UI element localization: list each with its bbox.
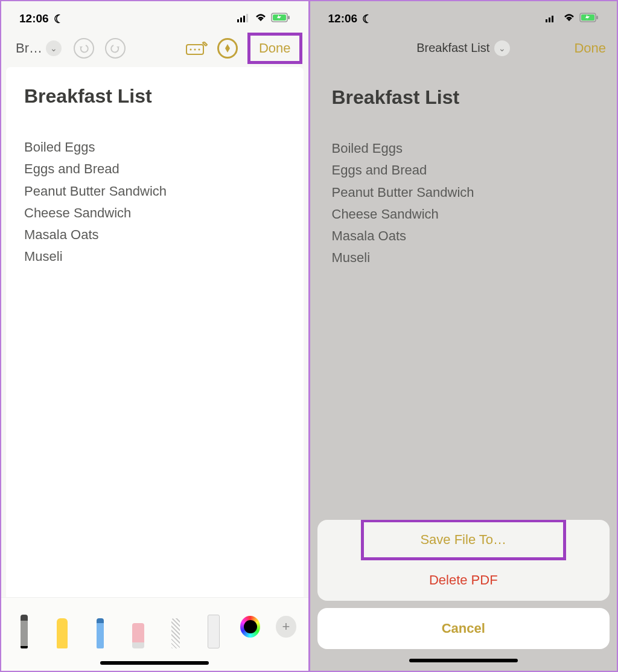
home-indicator[interactable] bbox=[1, 655, 308, 671]
battery-icon bbox=[271, 12, 290, 25]
list-item: Cheese Sandwich bbox=[332, 203, 596, 225]
wifi-icon bbox=[562, 12, 576, 25]
list-item: Boiled Eggs bbox=[24, 136, 285, 158]
header: Breakfast List ⌄ Done bbox=[310, 31, 617, 65]
svg-rect-11 bbox=[546, 19, 547, 22]
list-item: Masala Oats bbox=[24, 224, 285, 246]
list-item: Museli bbox=[332, 247, 596, 269]
svg-rect-2 bbox=[243, 16, 245, 22]
list-item: Boiled Eggs bbox=[332, 138, 596, 159]
status-bar: 12:06 ☾ bbox=[1, 1, 308, 31]
note-title: Breakfast List bbox=[24, 85, 285, 107]
svg-rect-1 bbox=[240, 18, 242, 22]
list-item: Eggs and Bread bbox=[24, 158, 285, 180]
back-label: Br… bbox=[16, 40, 42, 56]
battery-icon bbox=[579, 12, 599, 25]
wifi-icon bbox=[254, 12, 267, 25]
list-item: Masala Oats bbox=[332, 225, 596, 247]
pencil-tool[interactable] bbox=[89, 605, 111, 648]
add-tool-button[interactable]: + bbox=[276, 616, 296, 638]
svg-rect-12 bbox=[549, 18, 550, 22]
action-sheet: Save File To… Delete PDF Cancel bbox=[310, 520, 617, 671]
cancel-button[interactable]: Cancel bbox=[317, 608, 610, 649]
svg-point-9 bbox=[194, 48, 196, 50]
save-file-to-button[interactable]: Save File To… bbox=[361, 520, 567, 560]
page-title: Breakfast List bbox=[416, 41, 489, 55]
list-item: Museli bbox=[24, 246, 285, 267]
done-button[interactable]: Done bbox=[574, 40, 606, 56]
cellular-icon bbox=[546, 12, 559, 25]
svg-rect-13 bbox=[552, 16, 553, 22]
done-button[interactable]: Done bbox=[247, 33, 302, 64]
note-content[interactable]: Breakfast List Boiled Eggs Eggs and Brea… bbox=[6, 67, 304, 597]
redo-button[interactable] bbox=[105, 38, 126, 59]
chevron-down-icon: ⌄ bbox=[46, 40, 62, 56]
undo-button[interactable] bbox=[74, 38, 94, 59]
ruler-tool[interactable] bbox=[203, 605, 225, 648]
note-title: Breakfast List bbox=[332, 86, 596, 109]
eraser-tool[interactable] bbox=[127, 605, 149, 648]
cellular-icon bbox=[237, 12, 250, 25]
svg-rect-14 bbox=[555, 14, 556, 22]
color-picker[interactable] bbox=[240, 616, 260, 638]
svg-rect-17 bbox=[596, 16, 598, 19]
status-time: 12:06 bbox=[19, 12, 49, 25]
list-item: Cheese Sandwich bbox=[24, 202, 285, 224]
svg-point-10 bbox=[198, 48, 200, 50]
svg-rect-3 bbox=[246, 14, 248, 22]
highlighter-tool[interactable] bbox=[51, 605, 74, 648]
svg-rect-0 bbox=[237, 19, 239, 22]
svg-point-8 bbox=[190, 48, 191, 50]
left-screenshot: 12:06 ☾ Br… ⌄ bbox=[1, 1, 308, 671]
status-time: 12:06 bbox=[328, 12, 358, 25]
home-indicator[interactable] bbox=[310, 653, 617, 668]
back-button[interactable]: Br… ⌄ bbox=[16, 40, 62, 56]
do-not-disturb-icon: ☾ bbox=[54, 12, 64, 26]
chevron-down-icon[interactable]: ⌄ bbox=[494, 40, 510, 56]
autofill-icon[interactable] bbox=[186, 42, 208, 55]
delete-pdf-button[interactable]: Delete PDF bbox=[317, 560, 610, 601]
note-list: Boiled Eggs Eggs and Bread Peanut Butter… bbox=[24, 136, 285, 268]
list-item: Peanut Butter Sandwich bbox=[24, 181, 285, 202]
right-screenshot: 12:06 ☾ Breakfast List ⌄ Done Breakfast … bbox=[310, 1, 617, 671]
list-item: Peanut Butter Sandwich bbox=[332, 182, 596, 203]
status-bar: 12:06 ☾ bbox=[310, 1, 617, 31]
svg-rect-6 bbox=[288, 16, 290, 19]
note-list: Boiled Eggs Eggs and Bread Peanut Butter… bbox=[332, 138, 596, 269]
list-item: Eggs and Bread bbox=[332, 159, 596, 181]
markup-tool-tray: + bbox=[1, 597, 308, 655]
markup-toolbar: Br… ⌄ Done bbox=[1, 31, 308, 65]
lasso-tool[interactable] bbox=[165, 605, 187, 648]
markup-pen-icon[interactable] bbox=[217, 38, 238, 59]
pen-tool[interactable] bbox=[13, 605, 36, 648]
do-not-disturb-icon: ☾ bbox=[362, 12, 372, 26]
